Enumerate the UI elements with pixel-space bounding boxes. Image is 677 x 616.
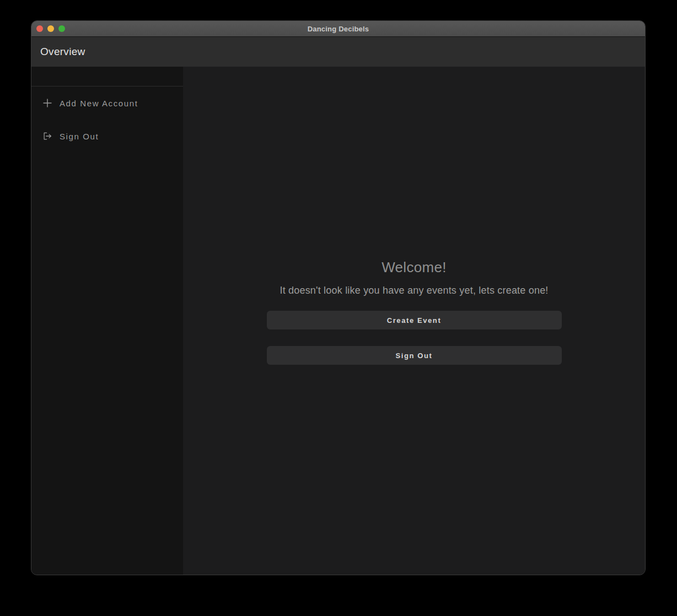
header-bar: Overview — [31, 37, 645, 67]
sidebar-item-sign-out[interactable]: Sign Out — [42, 128, 183, 144]
sign-out-icon — [42, 131, 52, 141]
sidebar-divider — [31, 67, 183, 87]
welcome-subtitle: It doesn't look like you have any events… — [280, 285, 548, 296]
sidebar-item-label: Add New Account — [60, 99, 138, 108]
minimize-window-button[interactable] — [47, 25, 54, 32]
body: Add New Account Sign Out Welcome! It doe… — [31, 67, 645, 575]
traffic-lights — [31, 25, 65, 32]
titlebar[interactable]: Dancing Decibels — [31, 21, 645, 37]
sidebar: Add New Account Sign Out — [31, 67, 183, 575]
zoom-window-button[interactable] — [58, 25, 65, 32]
create-event-button[interactable]: Create Event — [267, 311, 562, 329]
close-window-button[interactable] — [36, 25, 43, 32]
main-content: Welcome! It doesn't look like you have a… — [183, 67, 645, 575]
plus-icon — [42, 98, 52, 108]
empty-state: Welcome! It doesn't look like you have a… — [267, 259, 562, 365]
window-title: Dancing Decibels — [31, 25, 645, 33]
sidebar-item-label: Sign Out — [60, 132, 99, 141]
sidebar-item-add-new-account[interactable]: Add New Account — [42, 95, 183, 111]
page-title: Overview — [40, 46, 85, 58]
app-window: Dancing Decibels Overview Add New Accoun… — [31, 20, 646, 575]
sign-out-button[interactable]: Sign Out — [267, 346, 562, 365]
welcome-title: Welcome! — [382, 259, 447, 276]
